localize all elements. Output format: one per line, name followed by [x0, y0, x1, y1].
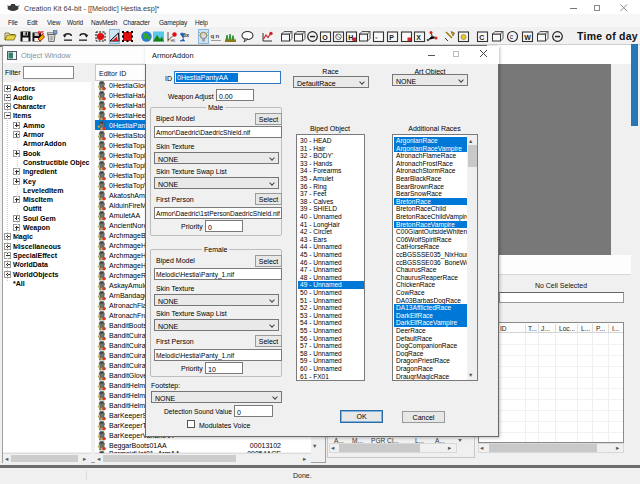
svg-text:▫: ▫ [375, 34, 377, 41]
svg-text:n: n [216, 33, 220, 39]
svg-text:C: C [479, 34, 484, 41]
svg-text:W: W [524, 34, 531, 41]
svg-text:O: O [322, 34, 328, 41]
svg-text:c: c [510, 33, 514, 40]
svg-text:X: X [416, 34, 421, 41]
svg-text:P: P [389, 34, 394, 41]
svg-text:q: q [211, 33, 215, 39]
svg-text:HK: HK [171, 39, 177, 43]
